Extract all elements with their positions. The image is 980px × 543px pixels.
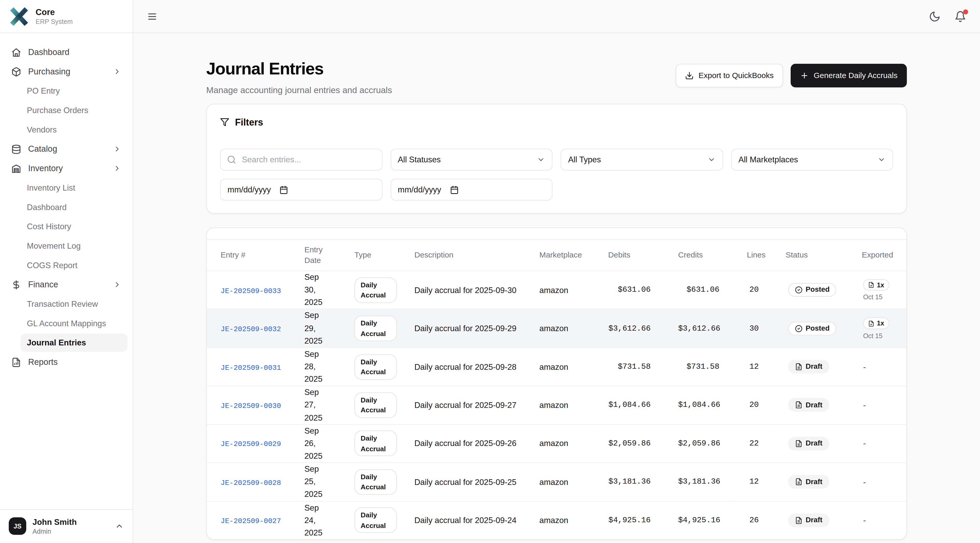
main-area: Journal Entries Manage accounting journa… xyxy=(133,0,980,543)
type-badge: Daily Accrual xyxy=(354,508,397,533)
marketplace-filter-select[interactable]: All Marketplaces xyxy=(731,149,893,170)
table-row[interactable]: JE-202509-0028Sep 25, 2025Daily AccrualD… xyxy=(207,463,907,501)
page-content: Journal Entries Manage accounting journa… xyxy=(133,33,980,543)
filter-icon xyxy=(220,117,229,127)
calendar-icon xyxy=(450,185,458,194)
entry-number-link[interactable]: JE-202509-0028 xyxy=(221,478,281,486)
sidebar-item-label: Purchase Orders xyxy=(27,106,89,115)
type-filter-select[interactable]: All Types xyxy=(560,149,723,170)
user-role: Admin xyxy=(32,527,109,535)
sidebar-item-cost-history[interactable]: Cost History xyxy=(21,217,127,235)
status-badge: Draft xyxy=(788,437,829,451)
entry-number-link[interactable]: JE-202509-0029 xyxy=(221,440,281,448)
entry-number-link[interactable]: JE-202509-0027 xyxy=(221,517,281,525)
exported-count-badge: 1x xyxy=(863,279,889,291)
exported-date: Oct 15 xyxy=(863,293,883,301)
sidebar-item-po-entry[interactable]: PO Entry xyxy=(21,82,127,100)
type-badge: Daily Accrual xyxy=(354,431,397,456)
menu-icon[interactable] xyxy=(147,11,158,22)
chevron-right-icon xyxy=(113,164,121,172)
file-check-icon xyxy=(868,282,874,288)
sidebar-item-inventory[interactable]: Inventory xyxy=(5,159,127,177)
lines-count: 30 xyxy=(734,309,773,348)
status-label: Draft xyxy=(806,440,822,447)
page-subtitle: Manage accounting journal entries and ac… xyxy=(206,85,392,95)
column-header-lines: Lines xyxy=(734,240,773,271)
status-filter-value: All Statuses xyxy=(398,155,441,164)
sidebar-item-gl-account-mappings[interactable]: GL Account Mappings xyxy=(21,314,127,332)
page-header-text: Journal Entries Manage accounting journa… xyxy=(206,61,392,95)
table-row[interactable]: JE-202509-0030Sep 27, 2025Daily AccrualD… xyxy=(207,386,907,424)
entry-number-link[interactable]: JE-202509-0032 xyxy=(221,325,281,333)
exported-info: 1xOct 15 xyxy=(863,279,889,301)
lines-count: 12 xyxy=(734,463,773,501)
table-row[interactable]: JE-202509-0033Sep 30, 2025Daily AccrualD… xyxy=(207,271,907,309)
sidebar-item-reports[interactable]: Reports xyxy=(5,353,127,371)
exported-count: 1x xyxy=(877,282,884,288)
status-label: Draft xyxy=(806,517,822,524)
sidebar-item-label: Dashboard xyxy=(28,48,69,57)
type-filter-value: All Types xyxy=(568,155,601,164)
journal-entries-table: Entry #Entry DateTypeDescriptionMarketpl… xyxy=(207,240,907,539)
sidebar-item-dashboard[interactable]: Dashboard xyxy=(21,198,127,216)
sidebar-item-label: Journal Entries xyxy=(27,338,86,348)
type-badge: Daily Accrual xyxy=(354,469,397,495)
lines-count: 22 xyxy=(734,424,773,463)
sidebar-item-vendors[interactable]: Vendors xyxy=(21,121,127,139)
export-to-quickbooks-button[interactable]: Export to QuickBooks xyxy=(676,64,783,87)
sidebar-item-label: Dashboard xyxy=(27,203,67,212)
table-row[interactable]: JE-202509-0032Sep 29, 2025Daily AccrualD… xyxy=(207,309,907,348)
sidebar-item-dashboard[interactable]: Dashboard xyxy=(5,43,127,61)
table-row[interactable]: JE-202509-0027Sep 24, 2025Daily AccrualD… xyxy=(207,501,907,539)
status-badge: Posted xyxy=(788,322,836,335)
sidebar-item-finance[interactable]: Finance xyxy=(5,276,127,294)
entry-description: Daily accrual for 2025-09-29 xyxy=(402,309,527,348)
marketplace: amazon xyxy=(527,348,596,386)
moon-icon[interactable] xyxy=(929,10,940,22)
date-to-input[interactable]: mm/dd/yyyy xyxy=(390,179,552,200)
sidebar-item-journal-entries[interactable]: Journal Entries xyxy=(21,334,127,352)
table-row[interactable]: JE-202509-0029Sep 26, 2025Daily AccrualD… xyxy=(207,424,907,463)
generate-daily-accruals-button[interactable]: Generate Daily Accruals xyxy=(791,64,907,87)
page-title: Journal Entries xyxy=(206,61,392,78)
user-name: John Smith xyxy=(32,517,109,527)
marketplace: amazon xyxy=(527,271,596,309)
exported-dash: - xyxy=(863,400,865,410)
sidebar-item-purchasing[interactable]: Purchasing xyxy=(5,62,127,81)
home-icon xyxy=(11,47,21,57)
bell-icon[interactable] xyxy=(954,10,966,22)
entry-date: Sep 28, 2025 xyxy=(304,348,329,386)
date-from-input[interactable]: mm/dd/yyyy xyxy=(220,179,382,200)
entry-number-link[interactable]: JE-202509-0031 xyxy=(221,363,281,372)
package-icon xyxy=(11,67,21,77)
sidebar-item-catalog[interactable]: Catalog xyxy=(5,140,127,158)
search-icon xyxy=(227,155,236,164)
column-header-exported: Exported xyxy=(849,240,907,271)
file-text-icon xyxy=(795,516,803,524)
entry-description: Daily accrual for 2025-09-25 xyxy=(402,463,527,501)
entry-number-link[interactable]: JE-202509-0033 xyxy=(221,287,281,295)
status-filter-select[interactable]: All Statuses xyxy=(390,149,552,170)
debits-value: $1,084.66 xyxy=(596,386,666,424)
sidebar-item-label: Movement Log xyxy=(27,241,81,251)
column-header-status: Status xyxy=(773,240,849,271)
notification-dot xyxy=(963,9,968,14)
type-badge: Daily Accrual xyxy=(354,354,397,379)
filters-row-2: mm/dd/yyyy mm/dd/yyyy xyxy=(220,179,893,200)
filters-heading: Filters xyxy=(220,117,893,128)
entry-number-link[interactable]: JE-202509-0030 xyxy=(221,402,281,410)
sidebar-item-inventory-list[interactable]: Inventory List xyxy=(21,179,127,197)
status-badge: Draft xyxy=(788,398,829,412)
status-badge: Draft xyxy=(788,475,829,489)
sidebar-item-movement-log[interactable]: Movement Log xyxy=(21,237,127,255)
sidebar-item-cogs-report[interactable]: COGS Report xyxy=(21,256,127,275)
column-header-credits: Credits xyxy=(666,240,734,271)
sidebar-item-transaction-review[interactable]: Transaction Review xyxy=(21,295,127,313)
status-label: Draft xyxy=(806,363,822,371)
table-row[interactable]: JE-202509-0031Sep 28, 2025Daily AccrualD… xyxy=(207,348,907,386)
user-menu[interactable]: JS John Smith Admin xyxy=(0,509,132,543)
debits-value: $4,925.16 xyxy=(596,501,666,539)
column-header-entry-date: Entry Date xyxy=(292,240,342,271)
search-input[interactable] xyxy=(220,149,382,170)
sidebar-item-purchase-orders[interactable]: Purchase Orders xyxy=(21,101,127,119)
